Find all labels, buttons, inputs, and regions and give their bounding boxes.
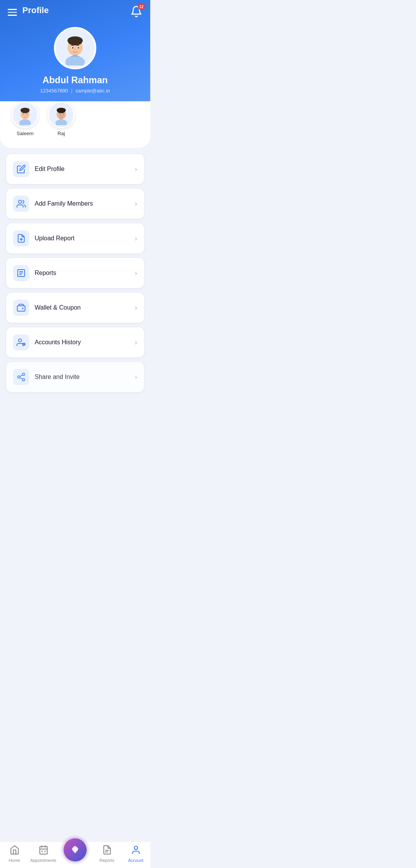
edit-icon-box (13, 161, 29, 177)
svg-line-45 (20, 378, 23, 379)
add-family-item[interactable]: Add Family Members › (6, 189, 144, 219)
user-avatar[interactable] (54, 27, 96, 69)
edit-profile-chevron: › (135, 165, 137, 173)
reports-icon-box (13, 265, 29, 281)
user-name: Abdul Rahman (42, 75, 107, 85)
accounts-history-item[interactable]: Accounts History › (6, 327, 144, 357)
wallet-label: Wallet & Coupon (35, 304, 81, 311)
add-family-label: Add Family Members (35, 200, 93, 207)
edit-profile-label: Edit Profile (35, 166, 64, 173)
accounts-history-chevron: › (135, 338, 137, 347)
svg-point-24 (57, 109, 65, 113)
header: Profile 12 (0, 0, 150, 117)
user-avatar-section: Abdul Rahman 1234567890 | sample@abc.in (40, 27, 110, 94)
raj-name: Raj (57, 131, 65, 136)
wallet-icon (17, 303, 26, 312)
edit-profile-item[interactable]: Edit Profile › (6, 154, 144, 184)
user-email: sample@abc.in (75, 88, 110, 94)
family-members-list: Saleem R (12, 101, 139, 140)
raj-avatar (48, 101, 75, 128)
wallet-item[interactable]: Wallet & Coupon › (6, 293, 144, 323)
svg-point-27 (59, 114, 60, 115)
notification-button[interactable]: 12 (130, 5, 143, 19)
share-invite-left: Share and Invite (13, 369, 80, 385)
user-info: 1234567890 | sample@abc.in (40, 88, 110, 94)
svg-point-38 (18, 339, 22, 342)
share-invite-chevron: › (135, 373, 137, 381)
menu-section: Edit Profile › Add Family Members › (0, 148, 150, 431)
svg-point-7 (72, 47, 74, 49)
info-divider: | (71, 88, 72, 94)
svg-rect-36 (17, 306, 25, 311)
family-icon-box (13, 196, 29, 212)
svg-point-4 (68, 39, 82, 45)
page-title: Profile (22, 5, 49, 15)
history-icon-box (13, 334, 29, 350)
svg-point-9 (74, 49, 76, 50)
svg-point-10 (19, 119, 31, 125)
share-icon-box (13, 369, 29, 385)
svg-point-20 (55, 119, 67, 125)
notification-badge: 12 (138, 3, 145, 10)
family-member-saleem[interactable]: Saleem (12, 101, 39, 136)
user-phone: 1234567890 (40, 88, 68, 94)
wallet-icon-box (13, 300, 29, 316)
svg-point-14 (21, 109, 29, 113)
family-member-raj[interactable]: Raj (48, 101, 75, 136)
svg-point-28 (63, 114, 64, 115)
avatar-image (58, 31, 92, 65)
history-icon (17, 338, 26, 347)
wallet-chevron: › (135, 304, 137, 312)
share-invite-item[interactable]: Share and Invite › (6, 362, 144, 392)
upload-report-item[interactable]: Upload Report › (6, 223, 144, 253)
svg-point-19 (25, 115, 25, 116)
reports-icon (17, 268, 26, 278)
accounts-history-label: Accounts History (35, 339, 81, 346)
edit-profile-left: Edit Profile (13, 161, 64, 177)
saleem-avatar-image (15, 104, 35, 125)
upload-report-left: Upload Report (13, 230, 74, 246)
header-top: Profile 12 (8, 5, 143, 19)
svg-point-37 (22, 308, 23, 309)
saleem-avatar (12, 101, 39, 128)
wallet-left: Wallet & Coupon (13, 300, 81, 316)
hamburger-menu[interactable] (8, 9, 17, 16)
svg-point-8 (77, 47, 79, 49)
reports-label: Reports (35, 270, 56, 276)
saleem-name: Saleem (17, 131, 34, 136)
add-family-left: Add Family Members (13, 196, 93, 212)
svg-point-0 (65, 56, 85, 65)
upload-icon-box (13, 230, 29, 246)
add-family-chevron: › (135, 200, 137, 208)
reports-left: Reports (13, 265, 56, 281)
family-section: Saleem R (0, 101, 150, 148)
svg-point-17 (23, 114, 24, 115)
share-icon (17, 372, 26, 382)
share-invite-label: Share and Invite (35, 374, 80, 380)
upload-report-chevron: › (135, 235, 137, 243)
svg-point-18 (27, 114, 27, 115)
raj-avatar-image (51, 104, 72, 125)
reports-item[interactable]: Reports › (6, 258, 144, 288)
upload-icon (17, 234, 26, 243)
svg-line-46 (20, 375, 23, 377)
svg-point-30 (18, 200, 22, 203)
accounts-history-left: Accounts History (13, 334, 81, 350)
reports-chevron: › (135, 269, 137, 277)
upload-report-label: Upload Report (35, 235, 74, 242)
svg-point-29 (61, 115, 62, 116)
edit-icon (17, 164, 26, 174)
family-icon (17, 199, 26, 208)
